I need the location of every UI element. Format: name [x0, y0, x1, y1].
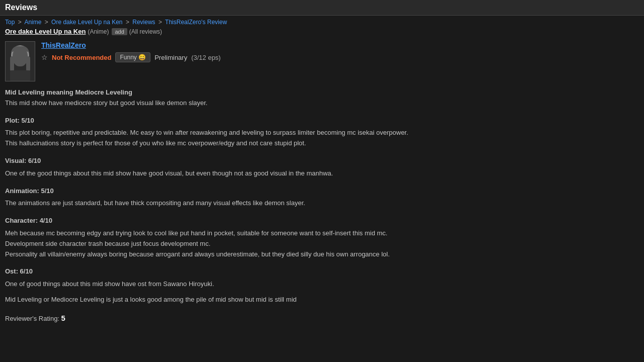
review-tags: ☆ Not Recommended Funny 😄 Preliminary (3…	[41, 52, 221, 62]
review-ost-section: Ost: 6/10 One of good things about this …	[5, 266, 639, 290]
avatar	[5, 41, 35, 81]
reviewer-rating: Reviewer's Rating: 5	[5, 312, 639, 324]
review-conclusion: Mid Leveling or Mediocre Leveling is jus…	[5, 296, 297, 303]
svg-rect-7	[10, 70, 30, 81]
avatar-image	[5, 41, 35, 81]
character-title: Character: 4/10	[5, 216, 639, 226]
review-character-section: Character: 4/10 Meh because mc becoming …	[5, 216, 639, 259]
review-animation-section: Animation: 5/10 The animations are just …	[5, 186, 639, 209]
svg-point-4	[22, 54, 25, 57]
svg-point-2	[13, 48, 27, 64]
review-plot-section: Plot: 5/10 This plot boring, repetitive …	[5, 116, 639, 149]
reviewer-info: ThisRealZero ☆ Not Recommended Funny 😄 P…	[41, 41, 221, 62]
breadcrumb-series[interactable]: Ore dake Level Up na Ken	[51, 19, 122, 26]
avatar-svg	[5, 41, 35, 81]
visual-text: One of the good things about this mid sh…	[5, 169, 333, 177]
rating-label: Reviewer's Rating:	[5, 315, 59, 322]
animation-text: The animations are just standard, but ha…	[5, 199, 305, 207]
breadcrumb: Top > Anime > Ore dake Level Up na Ken >…	[0, 16, 644, 27]
add-button[interactable]: add	[112, 28, 127, 35]
tag-funny[interactable]: Funny 😄	[115, 52, 150, 62]
svg-rect-6	[26, 56, 30, 71]
breadcrumb-top[interactable]: Top	[5, 19, 15, 26]
review-body: Mid Leveling meaning Mediocre Leveling T…	[5, 87, 639, 324]
page-title-bar: Reviews	[0, 0, 644, 16]
review-intro: This mid show have mediocre story but go…	[5, 99, 207, 107]
review-conclusion-section: Mid Leveling or Mediocre Leveling is jus…	[5, 295, 639, 305]
review-headline: Mid Leveling meaning Mediocre Leveling	[5, 88, 132, 96]
svg-point-3	[16, 54, 19, 57]
anime-type: (Anime)	[88, 28, 109, 35]
star-icon: ☆	[41, 53, 48, 61]
ost-text: One of good things about this mid show h…	[5, 280, 214, 288]
character-text1: Meh because mc becoming edgy and trying …	[5, 229, 387, 237]
plot-title: Plot: 5/10	[5, 116, 639, 126]
tag-preliminary: Preliminary	[154, 54, 187, 61]
reviewer-header: ThisRealZero ☆ Not Recommended Funny 😄 P…	[5, 41, 639, 81]
breadcrumb-anime[interactable]: Anime	[24, 19, 41, 26]
page-title: Reviews	[5, 3, 639, 12]
not-recommended-badge: Not Recommended	[52, 54, 111, 61]
review-headline-para: Mid Leveling meaning Mediocre Leveling T…	[5, 87, 639, 109]
review-container: ThisRealZero ☆ Not Recommended Funny 😄 P…	[0, 39, 644, 334]
plot-text1: This plot boring, repetitive and predict…	[5, 129, 408, 136]
breadcrumb-reviews[interactable]: Reviews	[132, 19, 155, 26]
review-visual-section: Visual: 6/10 One of the good things abou…	[5, 156, 639, 179]
character-text3: Personality all villain/enemy always bor…	[5, 250, 390, 258]
reviewer-name[interactable]: ThisRealZero	[41, 41, 221, 49]
page-subtitle: Ore dake Level Up na Ken(Anime)add(All r…	[0, 27, 644, 39]
animation-title: Animation: 5/10	[5, 186, 639, 197]
anime-title-link[interactable]: Ore dake Level Up na Ken	[5, 28, 86, 35]
tag-eps: (3/12 eps)	[191, 54, 221, 61]
breadcrumb-current[interactable]: ThisRealZero's Review	[165, 19, 227, 26]
character-text2: Development side character trash because…	[5, 240, 210, 247]
all-reviews-link: (All reviews)	[129, 28, 162, 35]
visual-title: Visual: 6/10	[5, 156, 639, 166]
rating-value: 5	[61, 314, 65, 322]
ost-title: Ost: 6/10	[5, 266, 639, 277]
svg-rect-5	[10, 56, 14, 71]
plot-text2: This hallucinations story is perfect for…	[5, 139, 306, 147]
